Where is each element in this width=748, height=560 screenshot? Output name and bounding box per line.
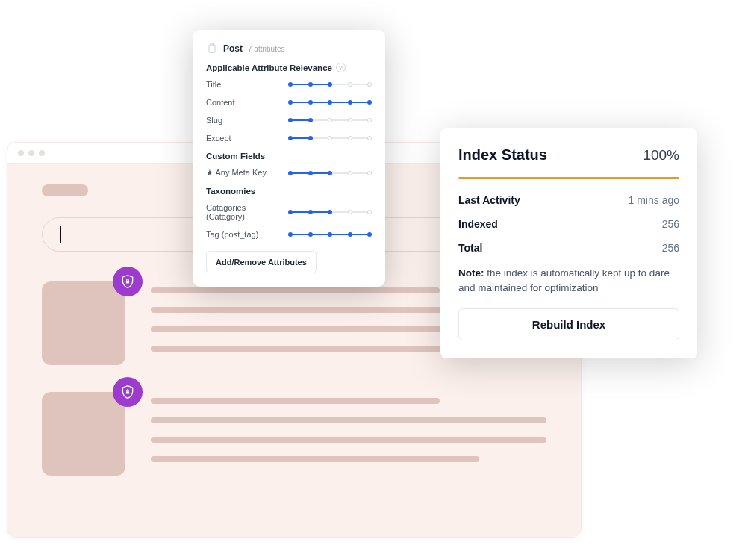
status-header: Index Status 100% — [458, 146, 679, 164]
attribute-row: Tag (post_tag) — [206, 230, 372, 239]
status-value: 1 mins ago — [629, 194, 679, 206]
status-row: Total256 — [458, 242, 679, 254]
relevance-slider[interactable] — [288, 116, 372, 124]
note-text: the index is automatically kept up to da… — [458, 267, 670, 293]
status-value: 256 — [662, 242, 679, 254]
status-title: Index Status — [458, 146, 547, 164]
clipboard-icon — [206, 42, 218, 55]
placeholder-title — [42, 184, 88, 196]
help-icon[interactable]: ? — [336, 63, 346, 72]
attribute-label: Catagories (Catagory) — [206, 203, 281, 221]
relevance-slider[interactable] — [288, 81, 372, 88]
result-thumbnail — [42, 281, 125, 365]
status-percent: 100% — [643, 147, 679, 164]
attribute-row: ★ Any Meta Key — [206, 168, 372, 178]
attribute-row: Slug — [206, 116, 372, 125]
relevance-slider[interactable] — [288, 208, 372, 216]
status-key: Total — [458, 242, 482, 254]
window-dot — [28, 150, 34, 156]
attribute-relevance-panel: Post 7 attributes Applicable Attribute R… — [193, 30, 385, 287]
shield-lock-icon — [120, 274, 135, 289]
attribute-label: Title — [206, 80, 281, 89]
text-caret — [60, 226, 61, 243]
status-row: Last Activity1 mins ago — [458, 194, 679, 206]
relevance-slider[interactable] — [288, 169, 372, 177]
section-title: Applicable Attribute Relevance ? — [206, 63, 372, 72]
rebuild-index-button[interactable]: Rebuild Index — [458, 308, 679, 340]
note-label: Note: — [458, 267, 484, 279]
attribute-label: Content — [206, 98, 281, 107]
attribute-label: Slug — [206, 116, 281, 125]
attribute-label: ★ Any Meta Key — [206, 168, 281, 178]
lock-shield-badge — [113, 377, 143, 407]
svg-rect-1 — [126, 391, 129, 393]
attribute-row: Content — [206, 98, 372, 107]
section-title-taxonomies: Taxonomies — [206, 187, 372, 196]
index-status-panel: Index Status 100% Last Activity1 mins ag… — [440, 128, 697, 358]
window-dot — [18, 150, 24, 156]
section-title-custom-fields: Custom Fields — [206, 152, 372, 161]
attribute-row: Catagories (Catagory) — [206, 203, 372, 221]
attr-header: Post 7 attributes — [206, 42, 372, 55]
status-key: Last Activity — [458, 194, 520, 206]
attribute-row: Title — [206, 80, 372, 89]
search-result — [42, 392, 546, 476]
relevance-slider[interactable] — [288, 134, 372, 142]
lock-shield-badge — [113, 267, 143, 296]
relevance-slider[interactable] — [288, 231, 372, 238]
post-type-label: Post — [223, 43, 243, 54]
status-row: Indexed256 — [458, 218, 679, 230]
attribute-label: Tag (post_tag) — [206, 230, 281, 239]
relevance-slider[interactable] — [288, 99, 372, 106]
status-note: Note: the index is automatically kept up… — [458, 266, 679, 295]
shield-lock-icon — [120, 385, 135, 399]
result-thumbnail — [42, 392, 125, 476]
status-value: 256 — [662, 218, 679, 230]
attribute-count: 7 attributes — [248, 45, 284, 53]
window-dot — [39, 150, 45, 156]
attribute-label: Except — [206, 134, 281, 143]
add-remove-attributes-button[interactable]: Add/Remove Attributes — [206, 251, 317, 273]
result-text-placeholder — [151, 392, 546, 476]
status-key: Indexed — [458, 218, 498, 230]
attribute-row: Except — [206, 134, 372, 143]
svg-rect-0 — [126, 281, 129, 283]
progress-bar — [458, 177, 679, 179]
